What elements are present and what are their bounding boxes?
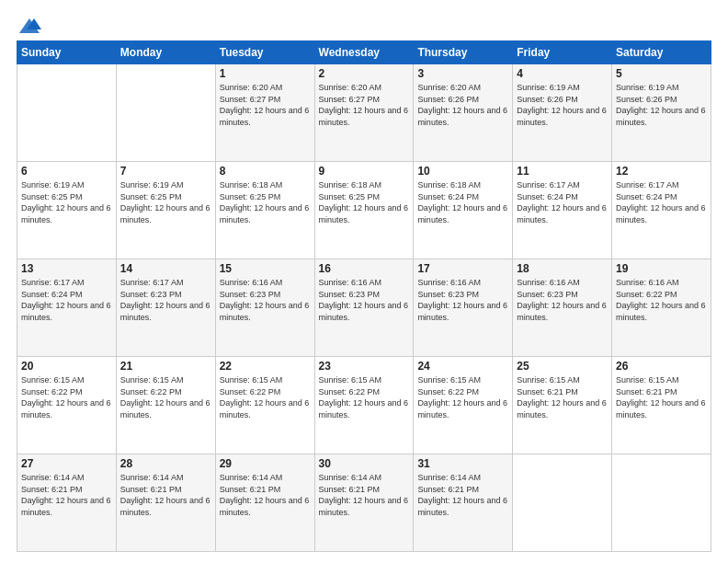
day-number: 1 bbox=[220, 67, 311, 80]
calendar-cell: 22Sunrise: 6:15 AM Sunset: 6:22 PM Dayli… bbox=[215, 357, 314, 454]
day-number: 29 bbox=[220, 457, 311, 470]
day-info: Sunrise: 6:14 AM Sunset: 6:21 PM Dayligh… bbox=[120, 472, 211, 518]
day-number: 25 bbox=[517, 360, 608, 373]
weekday-header: Sunday bbox=[17, 41, 117, 64]
day-number: 26 bbox=[616, 360, 707, 373]
calendar-cell bbox=[612, 454, 711, 552]
calendar-cell: 4Sunrise: 6:19 AM Sunset: 6:26 PM Daylig… bbox=[513, 64, 612, 162]
day-info: Sunrise: 6:17 AM Sunset: 6:24 PM Dayligh… bbox=[21, 277, 112, 323]
calendar-cell bbox=[17, 64, 117, 162]
day-info: Sunrise: 6:14 AM Sunset: 6:21 PM Dayligh… bbox=[319, 472, 410, 518]
day-number: 16 bbox=[319, 262, 410, 275]
day-number: 14 bbox=[120, 262, 211, 275]
day-number: 17 bbox=[417, 262, 508, 275]
day-number: 8 bbox=[220, 165, 311, 178]
day-number: 6 bbox=[21, 165, 112, 178]
logo-icon bbox=[17, 17, 41, 35]
day-info: Sunrise: 6:19 AM Sunset: 6:25 PM Dayligh… bbox=[120, 179, 211, 225]
calendar-cell: 1Sunrise: 6:20 AM Sunset: 6:27 PM Daylig… bbox=[215, 64, 314, 162]
calendar-cell: 19Sunrise: 6:16 AM Sunset: 6:22 PM Dayli… bbox=[612, 259, 711, 357]
day-info: Sunrise: 6:19 AM Sunset: 6:26 PM Dayligh… bbox=[616, 82, 707, 128]
day-info: Sunrise: 6:16 AM Sunset: 6:23 PM Dayligh… bbox=[517, 277, 608, 323]
day-number: 3 bbox=[417, 67, 508, 80]
weekday-header: Monday bbox=[116, 41, 215, 64]
calendar-week-row: 13Sunrise: 6:17 AM Sunset: 6:24 PM Dayli… bbox=[17, 259, 711, 357]
day-number: 15 bbox=[220, 262, 311, 275]
day-info: Sunrise: 6:14 AM Sunset: 6:21 PM Dayligh… bbox=[21, 472, 112, 518]
weekday-header: Wednesday bbox=[314, 41, 414, 64]
calendar-cell: 24Sunrise: 6:15 AM Sunset: 6:22 PM Dayli… bbox=[414, 357, 513, 454]
day-info: Sunrise: 6:14 AM Sunset: 6:21 PM Dayligh… bbox=[417, 472, 508, 518]
day-info: Sunrise: 6:16 AM Sunset: 6:23 PM Dayligh… bbox=[220, 277, 311, 323]
day-info: Sunrise: 6:19 AM Sunset: 6:25 PM Dayligh… bbox=[21, 179, 112, 225]
day-info: Sunrise: 6:15 AM Sunset: 6:22 PM Dayligh… bbox=[21, 374, 112, 420]
calendar-cell: 14Sunrise: 6:17 AM Sunset: 6:23 PM Dayli… bbox=[116, 259, 215, 357]
day-number: 23 bbox=[319, 360, 410, 373]
calendar-cell: 25Sunrise: 6:15 AM Sunset: 6:21 PM Dayli… bbox=[513, 357, 612, 454]
day-info: Sunrise: 6:15 AM Sunset: 6:22 PM Dayligh… bbox=[417, 374, 508, 420]
calendar-cell bbox=[116, 64, 215, 162]
calendar-cell: 30Sunrise: 6:14 AM Sunset: 6:21 PM Dayli… bbox=[314, 454, 414, 552]
calendar-table: SundayMondayTuesdayWednesdayThursdayFrid… bbox=[17, 40, 711, 552]
calendar-cell: 21Sunrise: 6:15 AM Sunset: 6:22 PM Dayli… bbox=[116, 357, 215, 454]
calendar-cell: 13Sunrise: 6:17 AM Sunset: 6:24 PM Dayli… bbox=[17, 259, 117, 357]
calendar-week-row: 20Sunrise: 6:15 AM Sunset: 6:22 PM Dayli… bbox=[17, 357, 711, 454]
day-info: Sunrise: 6:15 AM Sunset: 6:21 PM Dayligh… bbox=[616, 374, 707, 420]
calendar-cell: 12Sunrise: 6:17 AM Sunset: 6:24 PM Dayli… bbox=[612, 162, 711, 259]
calendar-cell: 23Sunrise: 6:15 AM Sunset: 6:22 PM Dayli… bbox=[314, 357, 414, 454]
day-number: 9 bbox=[319, 165, 410, 178]
calendar-cell bbox=[513, 454, 612, 552]
day-info: Sunrise: 6:14 AM Sunset: 6:21 PM Dayligh… bbox=[220, 472, 311, 518]
calendar-cell: 26Sunrise: 6:15 AM Sunset: 6:21 PM Dayli… bbox=[612, 357, 711, 454]
calendar-cell: 18Sunrise: 6:16 AM Sunset: 6:23 PM Dayli… bbox=[513, 259, 612, 357]
calendar-cell: 8Sunrise: 6:18 AM Sunset: 6:25 PM Daylig… bbox=[215, 162, 314, 259]
day-number: 21 bbox=[120, 360, 211, 373]
day-info: Sunrise: 6:15 AM Sunset: 6:22 PM Dayligh… bbox=[220, 374, 311, 420]
weekday-header: Tuesday bbox=[215, 41, 314, 64]
day-number: 27 bbox=[21, 457, 112, 470]
calendar-cell: 3Sunrise: 6:20 AM Sunset: 6:26 PM Daylig… bbox=[414, 64, 513, 162]
day-number: 13 bbox=[21, 262, 112, 275]
day-info: Sunrise: 6:18 AM Sunset: 6:24 PM Dayligh… bbox=[417, 179, 508, 225]
day-info: Sunrise: 6:20 AM Sunset: 6:27 PM Dayligh… bbox=[220, 82, 311, 128]
calendar-week-row: 1Sunrise: 6:20 AM Sunset: 6:27 PM Daylig… bbox=[17, 64, 711, 162]
day-info: Sunrise: 6:19 AM Sunset: 6:26 PM Dayligh… bbox=[517, 82, 608, 128]
day-info: Sunrise: 6:17 AM Sunset: 6:24 PM Dayligh… bbox=[517, 179, 608, 225]
day-info: Sunrise: 6:16 AM Sunset: 6:22 PM Dayligh… bbox=[616, 277, 707, 323]
calendar-cell: 10Sunrise: 6:18 AM Sunset: 6:24 PM Dayli… bbox=[414, 162, 513, 259]
calendar-cell: 16Sunrise: 6:16 AM Sunset: 6:23 PM Dayli… bbox=[314, 259, 414, 357]
day-info: Sunrise: 6:18 AM Sunset: 6:25 PM Dayligh… bbox=[220, 179, 311, 225]
day-info: Sunrise: 6:16 AM Sunset: 6:23 PM Dayligh… bbox=[417, 277, 508, 323]
calendar-cell: 29Sunrise: 6:14 AM Sunset: 6:21 PM Dayli… bbox=[215, 454, 314, 552]
calendar-cell: 20Sunrise: 6:15 AM Sunset: 6:22 PM Dayli… bbox=[17, 357, 117, 454]
day-info: Sunrise: 6:15 AM Sunset: 6:22 PM Dayligh… bbox=[319, 374, 410, 420]
day-number: 11 bbox=[517, 165, 608, 178]
calendar-cell: 11Sunrise: 6:17 AM Sunset: 6:24 PM Dayli… bbox=[513, 162, 612, 259]
day-number: 7 bbox=[120, 165, 211, 178]
calendar-cell: 6Sunrise: 6:19 AM Sunset: 6:25 PM Daylig… bbox=[17, 162, 117, 259]
page: SundayMondayTuesdayWednesdayThursdayFrid… bbox=[0, 0, 728, 563]
day-number: 10 bbox=[417, 165, 508, 178]
day-number: 30 bbox=[319, 457, 410, 470]
day-info: Sunrise: 6:15 AM Sunset: 6:21 PM Dayligh… bbox=[517, 374, 608, 420]
calendar-header-row: SundayMondayTuesdayWednesdayThursdayFrid… bbox=[17, 41, 711, 64]
day-number: 28 bbox=[120, 457, 211, 470]
calendar-cell: 5Sunrise: 6:19 AM Sunset: 6:26 PM Daylig… bbox=[612, 64, 711, 162]
day-info: Sunrise: 6:16 AM Sunset: 6:23 PM Dayligh… bbox=[319, 277, 410, 323]
day-number: 20 bbox=[21, 360, 112, 373]
day-info: Sunrise: 6:17 AM Sunset: 6:23 PM Dayligh… bbox=[120, 277, 211, 323]
day-number: 5 bbox=[616, 67, 707, 80]
calendar-cell: 17Sunrise: 6:16 AM Sunset: 6:23 PM Dayli… bbox=[414, 259, 513, 357]
day-number: 19 bbox=[616, 262, 707, 275]
day-number: 22 bbox=[220, 360, 311, 373]
weekday-header: Friday bbox=[513, 41, 612, 64]
calendar-cell: 31Sunrise: 6:14 AM Sunset: 6:21 PM Dayli… bbox=[414, 454, 513, 552]
weekday-header: Saturday bbox=[612, 41, 711, 64]
day-number: 31 bbox=[417, 457, 508, 470]
calendar-week-row: 27Sunrise: 6:14 AM Sunset: 6:21 PM Dayli… bbox=[17, 454, 711, 552]
header bbox=[17, 17, 711, 31]
calendar-cell: 28Sunrise: 6:14 AM Sunset: 6:21 PM Dayli… bbox=[116, 454, 215, 552]
weekday-header: Thursday bbox=[414, 41, 513, 64]
calendar-week-row: 6Sunrise: 6:19 AM Sunset: 6:25 PM Daylig… bbox=[17, 162, 711, 259]
calendar-cell: 15Sunrise: 6:16 AM Sunset: 6:23 PM Dayli… bbox=[215, 259, 314, 357]
